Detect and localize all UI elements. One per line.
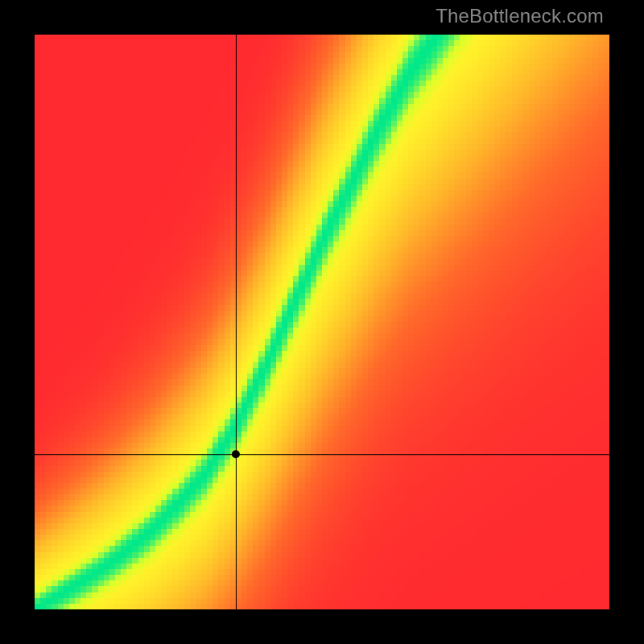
heatmap-canvas xyxy=(35,35,609,609)
chart-frame: TheBottleneck.com xyxy=(0,0,644,644)
heatmap-plot xyxy=(35,35,609,609)
watermark-text: TheBottleneck.com xyxy=(436,5,604,27)
